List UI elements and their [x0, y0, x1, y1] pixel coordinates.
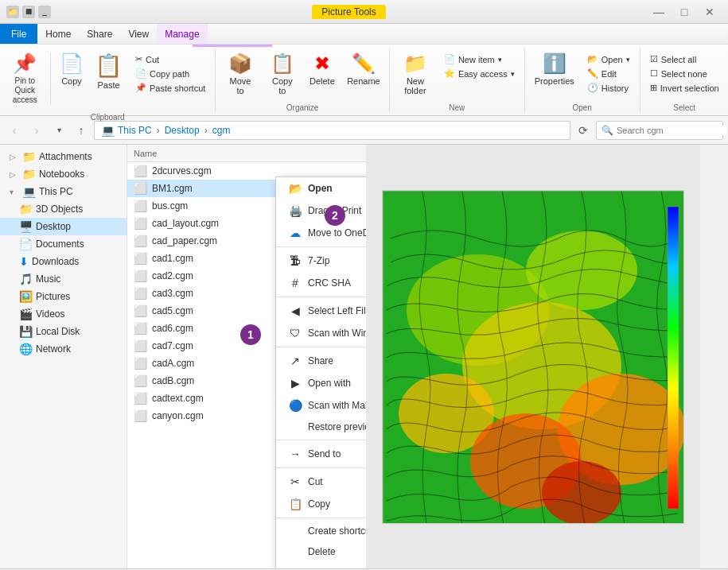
paste-button[interactable]: 📋 Paste [90, 49, 127, 93]
pin-quick-access-button[interactable]: 📌 Pin to Quick access [5, 49, 45, 108]
ctx-onedrive[interactable]: ☁ Move to OneDrive [276, 222, 366, 244]
history-icon: 🕐 [587, 83, 598, 93]
ctx-copy[interactable]: 📋 Copy [276, 493, 366, 515]
this-pc-icon: 💻 [22, 185, 36, 198]
up-button[interactable]: ↑ [72, 121, 91, 140]
sidebar-item-local-disk[interactable]: 💾 Local Disk [0, 323, 127, 340]
sidebar-item-notebooks[interactable]: ▷ 📁 Notebooks [0, 165, 127, 183]
sidebar-item-attachments[interactable]: ▷ 📁 Attachments [0, 148, 127, 165]
ctx-select-left[interactable]: ◀ Select Left File for Compare [276, 300, 366, 322]
menu-share[interactable]: Share [79, 24, 120, 44]
ctx-restore[interactable]: Restore previous versions [276, 417, 366, 437]
crumb-cgm[interactable]: cgm [212, 125, 231, 136]
crumb-this-pc[interactable]: This PC [118, 125, 152, 136]
ctx-share[interactable]: ↗ Share [276, 350, 366, 372]
open-button[interactable]: 📂 Open ▾ [582, 52, 635, 66]
edit-button[interactable]: ✏️ Edit [582, 67, 635, 80]
history-label: History [601, 83, 629, 93]
ctx-share-icon: ↗ [289, 355, 302, 367]
ctx-open-with[interactable]: ▶ Open with ▶ [276, 372, 366, 394]
maximize-button[interactable]: □ [672, 4, 696, 20]
rename-button[interactable]: ✏️ Rename [343, 49, 384, 89]
move-to-button[interactable]: 📦 Move to [220, 49, 259, 99]
sidebar-item-downloads[interactable]: ⬇ Downloads [0, 253, 127, 270]
easy-access-button[interactable]: ⭐ Easy access ▾ [439, 67, 520, 80]
cut-button[interactable]: ✂ Cut [130, 52, 210, 66]
manage-indicator [193, 45, 272, 47]
menu-file[interactable]: File [0, 24, 37, 44]
ctx-7zip[interactable]: 🗜 7-Zip ▶ [276, 250, 366, 272]
ctx-open[interactable]: 📂 Open [276, 177, 366, 200]
properties-button[interactable]: ℹ️ Properties [530, 49, 579, 89]
dropdown-button[interactable]: ▾ [49, 121, 68, 140]
menu-view[interactable]: View [120, 24, 157, 44]
ctx-rename[interactable]: Rename [276, 562, 366, 568]
properties-icon: ℹ️ [543, 52, 566, 75]
file-icon-canyon: ⬜ [134, 409, 147, 422]
sidebar-item-music[interactable]: 🎵 Music [0, 270, 127, 288]
file-name-cad2: cad2.cgm [152, 270, 193, 281]
close-button[interactable]: ✕ [698, 4, 722, 20]
file-name-cad3: cad3.cgm [152, 288, 193, 299]
invert-selection-button[interactable]: ⊞ Invert selection [645, 81, 724, 95]
sidebar-item-this-pc[interactable]: ▾ 💻 This PC [0, 183, 127, 200]
file-icon-cad2: ⬜ [134, 269, 147, 282]
search-box[interactable]: 🔍 [596, 121, 723, 140]
ctx-create-shortcut[interactable]: Create shortcut [276, 521, 366, 541]
copy-path-button[interactable]: 📄 Copy path [130, 67, 210, 80]
delete-icon: ✖ [314, 52, 330, 75]
ctx-cut[interactable]: ✂ Cut [276, 471, 366, 493]
sidebar-item-network[interactable]: 🌐 Network [0, 340, 127, 358]
ctx-crc[interactable]: # CRC SHA ▶ [276, 272, 366, 294]
paste-shortcut-label: Paste shortcut [150, 83, 205, 93]
ctx-sep-1 [276, 246, 366, 247]
history-button[interactable]: 🕐 History [582, 81, 635, 95]
separator-1: › [157, 125, 160, 136]
back-button[interactable]: ‹ [5, 121, 24, 140]
ctx-crc-label-group: # CRC SHA [289, 277, 351, 289]
paste-shortcut-button[interactable]: 📌 Paste shortcut [130, 81, 210, 95]
refresh-button[interactable]: ⟳ [574, 121, 593, 140]
file-icon-cad1: ⬜ [134, 252, 147, 265]
ctx-crc-label: CRC SHA [308, 277, 351, 289]
ctx-delete[interactable]: Delete [276, 541, 366, 562]
select-all-button[interactable]: ☑ Select all [645, 52, 724, 66]
sidebar-item-documents[interactable]: 📄 Documents [0, 235, 127, 253]
new-folder-button[interactable]: 📁 New folder [395, 49, 436, 99]
ctx-send-to[interactable]: → Send to ▶ [276, 443, 366, 465]
menu-home[interactable]: Home [37, 24, 79, 44]
file-name-bus: bus.cgm [152, 200, 188, 211]
minimize-small-icon[interactable]: _ [38, 6, 51, 18]
copy-to-button[interactable]: 📋 Copy to [263, 49, 302, 99]
file-icon-bus: ⬜ [134, 200, 147, 212]
file-icon-cad3: ⬜ [134, 287, 147, 300]
copy-button[interactable]: 📄 Copy [55, 49, 88, 93]
ctx-dragon-print[interactable]: 🖨️ Dragon Print [276, 200, 366, 222]
copy-path-icon: 📄 [135, 68, 146, 79]
ctx-onedrive-icon: ☁ [289, 227, 302, 239]
delete-button[interactable]: ✖ Delete [305, 49, 340, 89]
select-none-button[interactable]: ☐ Select none [645, 67, 724, 80]
minimize-button[interactable]: — [647, 4, 671, 20]
search-input[interactable] [617, 126, 726, 135]
ctx-malwarebytes[interactable]: 🔵 Scan with Malwarebytes Anti-Malware [276, 394, 366, 417]
crumb-desktop[interactable]: Desktop [165, 125, 200, 136]
invert-label: Invert selection [660, 83, 719, 93]
title-bar-controls: — □ ✕ [647, 4, 722, 20]
sidebar-item-desktop[interactable]: 🖥️ Desktop [0, 218, 127, 235]
ctx-dragon-print-icon: 🖨️ [289, 204, 302, 217]
ctx-crc-icon: # [289, 277, 302, 289]
sidebar-item-3d-objects[interactable]: 📁 3D Objects [0, 200, 127, 218]
file-icon-cad-paper: ⬜ [134, 235, 147, 247]
new-item-button[interactable]: 📄 New item ▾ [439, 52, 520, 66]
forward-button[interactable]: › [27, 121, 46, 140]
file-icon-cad6: ⬜ [134, 322, 147, 335]
address-bar[interactable]: 💻 This PC › Desktop › cgm [94, 121, 570, 140]
menu-manage[interactable]: Manage [157, 24, 207, 44]
sidebar-item-videos[interactable]: 🎬 Videos [0, 305, 127, 323]
ctx-defender[interactable]: 🛡 Scan with Windows Defender... [276, 322, 366, 344]
file-name-bm1: BM1.cgm [152, 183, 193, 194]
sidebar-item-pictures[interactable]: 🖼️ Pictures [0, 288, 127, 305]
select-sub-buttons: ☑ Select all ☐ Select none ⊞ Invert sele… [645, 52, 724, 95]
file-icon-cadtext: ⬜ [134, 392, 147, 405]
